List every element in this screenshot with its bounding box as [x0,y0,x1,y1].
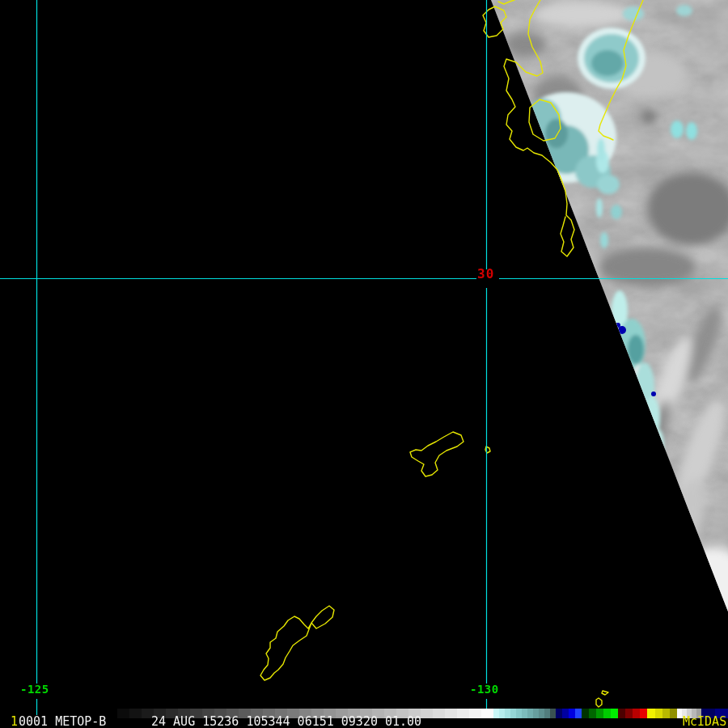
status-bar: 1 0001 METOP-B 24 AUG 15236 105344 06151… [0,716,728,728]
satellite-swath [485,0,728,620]
coastline-small-island-a [602,691,608,695]
longitude-label-130: -130 [470,684,499,696]
mcidas-brand-label: McIDAS [683,716,726,728]
coastline-okinawa [410,432,463,476]
longitude-label-125: -125 [20,684,49,696]
dataset-label: 0001 METOP-B [19,716,106,728]
image-datetime-text: 24 AUG 15236 105344 06151 09320 01.00 [151,716,421,728]
coastline-amami [260,606,334,680]
mcidas-satellite-display: 30 -125 -130 1 0001 METOP-B 24 AUG 15236… [0,0,728,728]
latitude-label-30: 30 [477,268,494,280]
image-canvas[interactable] [0,0,728,728]
coastline-small-island-b [596,698,602,707]
frame-number: 1 [11,716,18,728]
